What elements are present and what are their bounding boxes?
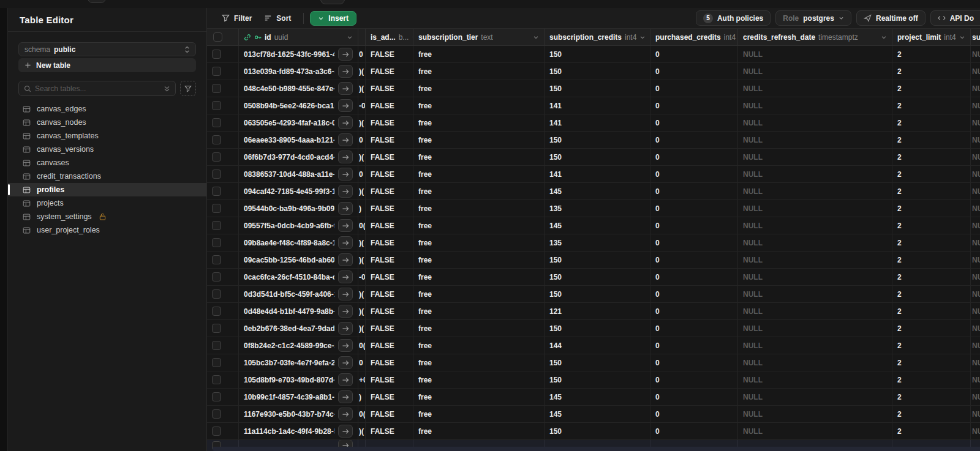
column-header-is-admin[interactable]: is_ad... b... [366, 29, 413, 45]
cell-subscription-tier[interactable]: free [413, 303, 545, 319]
expand-row-button[interactable] [338, 219, 353, 232]
cell-clipped[interactable]: -0 [358, 269, 366, 285]
cell-credits-refresh-date[interactable]: NULL [738, 166, 892, 182]
cell-subscription-tier[interactable]: free [413, 389, 545, 405]
cell-clipped-right[interactable]: NULL [971, 97, 980, 114]
cell-credits-refresh-date[interactable]: NULL [738, 200, 892, 217]
cell-purchased-credits[interactable]: 0 [650, 303, 738, 319]
cell-clipped[interactable]: )( [358, 303, 366, 319]
row-checkbox[interactable] [212, 67, 221, 76]
cell-subscription-tier[interactable]: free [413, 252, 545, 268]
cell-id[interactable]: 09cac5bb-1256-46bd-ab60-64ed... [239, 252, 358, 268]
filter-tables-button[interactable] [180, 81, 196, 96]
cell-is-admin[interactable]: FALSE [366, 303, 413, 319]
cell-purchased-credits[interactable]: 0 [650, 97, 738, 114]
cell-clipped-right[interactable]: NULL [971, 217, 980, 234]
cell-project-limit[interactable]: 2 [892, 320, 971, 337]
cell-subscription-credits[interactable]: 135 [545, 234, 650, 251]
cell-purchased-credits[interactable]: 0 [650, 63, 738, 80]
cell-subscription-tier[interactable]: free [413, 183, 545, 199]
chevron-down-icon[interactable] [639, 34, 646, 40]
cell-credits-refresh-date[interactable]: NULL [738, 217, 892, 234]
row-checkbox[interactable] [212, 358, 221, 367]
role-select-button[interactable]: Role postgres [775, 10, 851, 26]
cell-clipped[interactable]: )( [358, 183, 366, 199]
expand-row-button[interactable] [338, 390, 353, 403]
cell-credits-refresh-date[interactable]: NULL [738, 149, 892, 165]
cell-subscription-tier[interactable]: free [413, 423, 545, 439]
row-checkbox[interactable] [212, 187, 221, 196]
chevron-down-icon[interactable] [959, 34, 965, 40]
cell-is-admin[interactable]: FALSE [366, 406, 413, 422]
column-header-credits-refresh-date[interactable]: credits_refresh_date timestamptz [738, 29, 892, 45]
cell-purchased-credits[interactable]: 0 [650, 406, 738, 422]
cell-purchased-credits[interactable]: 0 [650, 320, 738, 337]
cell-credits-refresh-date[interactable]: NULL [738, 286, 892, 302]
cell-clipped[interactable]: )( [358, 423, 366, 439]
expand-row-button[interactable] [338, 270, 353, 283]
cell-id[interactable]: 013e039a-fd89-473a-a3c6-ccfa9... [239, 63, 358, 80]
cell-purchased-credits[interactable]: 0 [650, 252, 738, 268]
cell-subscription-tier[interactable]: free [413, 97, 545, 114]
cell-id[interactable]: 09544b0c-ba9b-496a-9b09-244... [239, 200, 358, 217]
cell-credits-refresh-date[interactable]: NULL [738, 63, 892, 80]
expand-row-button[interactable] [338, 373, 353, 386]
expand-row-button[interactable] [338, 322, 353, 335]
cell-credits-refresh-date[interactable]: NULL [738, 252, 892, 268]
cell-is-admin[interactable]: FALSE [366, 63, 413, 80]
cell-clipped-right[interactable]: NULL [971, 423, 980, 439]
row-checkbox[interactable] [212, 427, 221, 436]
cell-clipped[interactable]: )( [358, 234, 366, 251]
cell-id[interactable]: 094caf42-7185-4e45-99f3-14abee... [239, 183, 358, 199]
row-checkbox[interactable] [212, 50, 221, 59]
cell-clipped[interactable]: ) [358, 389, 366, 405]
cell-project-limit[interactable]: 2 [892, 166, 971, 182]
row-checkbox[interactable] [212, 238, 221, 247]
cell-purchased-credits[interactable]: 0 [650, 354, 738, 371]
cell-project-limit[interactable]: 2 [892, 252, 971, 268]
sidebar-item-projects[interactable]: projects [8, 196, 206, 210]
cell-clipped-right[interactable]: NULL [971, 252, 980, 268]
cell-clipped-right[interactable]: NULL [971, 303, 980, 319]
cell-subscription-tier[interactable]: free [413, 132, 545, 148]
cell-subscription-tier[interactable]: free [413, 286, 545, 302]
row-checkbox[interactable] [212, 204, 221, 213]
cell-is-admin[interactable]: FALSE [366, 200, 413, 217]
cell-clipped-right[interactable]: NULL [971, 320, 980, 337]
expand-row-button[interactable] [338, 151, 353, 163]
cell-project-limit[interactable]: 2 [892, 406, 971, 422]
row-checkbox[interactable] [212, 375, 221, 384]
cell-clipped-right[interactable]: NULL [971, 132, 980, 148]
cell-subscription-credits[interactable]: 150 [545, 132, 650, 148]
cell-purchased-credits[interactable]: 0 [650, 80, 738, 97]
cell-subscription-tier[interactable]: free [413, 80, 545, 97]
cell-project-limit[interactable]: 2 [892, 234, 971, 251]
cell-id[interactable]: 06eaee33-8905-4aaa-b121-ab552... [239, 132, 358, 148]
expand-row-button[interactable] [338, 236, 353, 249]
cell-subscription-tier[interactable]: free [413, 63, 545, 80]
cell-project-limit[interactable]: 2 [892, 217, 971, 234]
cell-clipped[interactable]: )( [358, 114, 366, 131]
cell-clipped-right[interactable]: NULL [971, 371, 980, 388]
cell-credits-refresh-date[interactable]: NULL [738, 80, 892, 97]
cell-is-admin[interactable]: FALSE [366, 337, 413, 354]
cell-id[interactable]: 013cf78d-1625-43fc-9961-442189... [239, 46, 358, 62]
cell-clipped-right[interactable]: NULL [971, 80, 980, 97]
cell-credits-refresh-date[interactable]: NULL [738, 234, 892, 251]
cell-subscription-credits[interactable]: 150 [545, 320, 650, 337]
cell-clipped[interactable]: )( [358, 252, 366, 268]
cell-is-admin[interactable]: FALSE [366, 166, 413, 182]
cell-credits-refresh-date[interactable]: NULL [738, 132, 892, 148]
expand-row-button[interactable] [338, 305, 353, 318]
row-checkbox[interactable] [212, 289, 221, 299]
sidebar-item-credit_transactions[interactable]: credit_transactions [8, 170, 206, 183]
cell-clipped[interactable]: )( [358, 320, 366, 337]
cell-clipped[interactable]: 0 [358, 46, 366, 62]
cell-purchased-credits[interactable]: 0 [650, 149, 738, 165]
cell-purchased-credits[interactable]: 0 [650, 286, 738, 302]
cell-clipped[interactable]: 0( [358, 406, 366, 422]
cell-clipped-right[interactable]: NULL [971, 234, 980, 251]
cell-purchased-credits[interactable]: 0 [650, 269, 738, 285]
cell-purchased-credits[interactable]: 0 [650, 200, 738, 217]
cell-subscription-credits[interactable]: 150 [545, 63, 650, 80]
